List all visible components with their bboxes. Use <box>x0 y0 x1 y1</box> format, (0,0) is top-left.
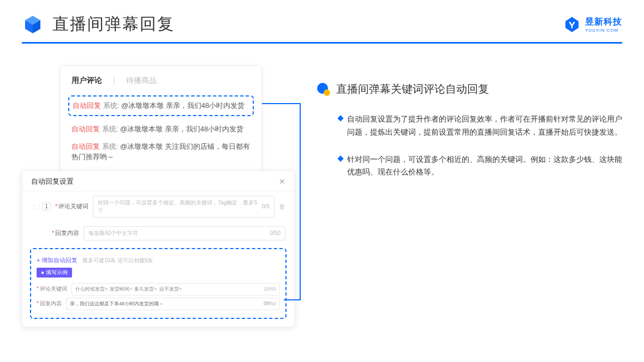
tag-chip: 发货时间× <box>110 286 132 293</box>
settings-title: 自动回复设置 <box>31 177 74 186</box>
reply-system: 系统: <box>103 101 120 110</box>
add-reply-button[interactable]: + 增加自动回复 <box>37 257 77 263</box>
reply-line-3: 自动回复 系统: @冰墩墩本墩 关注我们的店铺，每日都有热门推荐哟～ <box>61 138 261 166</box>
reply-tag: 自动回复 <box>73 101 101 110</box>
close-icon[interactable]: ✕ <box>279 177 285 186</box>
tab-pending-products[interactable]: 待播商品 <box>126 76 157 86</box>
add-hint: 最多可建10条 还可以创建9条 <box>82 257 153 263</box>
reply-text: @冰墩墩本墩 亲亲，我们48小时内发货 <box>121 101 245 110</box>
tag-chip: 什么时候发货× <box>75 286 108 293</box>
brand-logo-icon <box>563 16 581 33</box>
keyword-label: 评论关键词 <box>58 203 88 209</box>
tag-chip: 还不发货× <box>159 286 182 293</box>
bullet-2: 针对同一个问题，可设置多个相近的、高频的关键词。例如：这款多少钱、这块能优惠吗、… <box>317 153 622 179</box>
diamond-icon <box>337 115 343 121</box>
section-title: 直播间弹幕关键词评论自动回复 <box>336 82 489 96</box>
example-keyword-input[interactable]: 什么时候发货× 发货时间× 多久发货× 还不发货× 20/50 <box>71 283 280 295</box>
tag-chip: 多久发货× <box>134 286 157 293</box>
brand-name: 昱新科技 <box>585 16 622 28</box>
row-number: 1 <box>42 202 51 210</box>
brand-url: YUUXIN.COM <box>585 28 622 33</box>
auto-reply-settings-card: 自动回复设置 ✕ ⋮⋮ 1 *评论关键词 对同一个问题，可设置多个相近、高频的关… <box>22 171 295 327</box>
tab-user-comments[interactable]: 用户评论 <box>71 76 102 86</box>
keyword-input[interactable]: 对同一个问题，可设置多个相近、高频的关键词，Tag确定，最多5个 0/5 <box>93 196 275 218</box>
brand-logo-area: 昱新科技 YUUXIN.COM <box>563 16 622 33</box>
content-input[interactable]: 每条限50个中文字符 0/50 <box>84 226 285 240</box>
cube-icon <box>22 14 44 35</box>
example-content-input[interactable]: 亲，我们这边都是下单48小时内发货的哦～ 37/50 <box>66 298 280 310</box>
reply-line-2: 自动回复 系统: @冰墩墩本墩 亲亲，我们48小时内发货 <box>61 120 261 138</box>
content-label: 回复内容 <box>55 230 79 236</box>
svg-point-1 <box>324 89 330 96</box>
keyword-count: 0/5 <box>262 203 270 209</box>
delete-icon[interactable]: 🗑 <box>279 203 285 210</box>
diamond-icon <box>337 155 343 161</box>
content-count: 0/50 <box>270 230 281 236</box>
bullet-1: 自动回复设置为了提升作者的评论回复效率，作者可在开播前针对常见的评论用户问题，提… <box>317 113 622 139</box>
chat-bubble-icon <box>317 82 331 96</box>
page-title: 直播间弹幕回复 <box>52 13 175 35</box>
example-kw-count: 20/50 <box>264 286 276 292</box>
example-section: + 增加自动回复 最多可建10条 还可以创建9条 ● 填写示例 *评论关键词 什… <box>30 248 287 319</box>
highlighted-reply: 自动回复 系统: @冰墩墩本墩 亲亲，我们48小时内发货 <box>68 95 254 116</box>
tab-divider: | <box>113 76 115 86</box>
comments-card: 用户评论 | 待播商品 自动回复 系统: @冰墩墩本墩 亲亲，我们48小时内发货… <box>60 65 262 176</box>
example-badge: ● 填写示例 <box>37 268 72 277</box>
drag-handle-icon[interactable]: ⋮⋮ <box>31 203 38 209</box>
outer-count: /50 <box>263 300 270 306</box>
